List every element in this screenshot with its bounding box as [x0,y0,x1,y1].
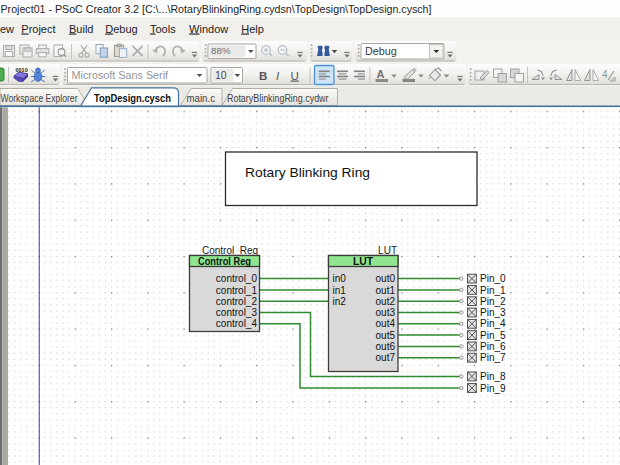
svg-text:Pin_5: Pin_5 [480,330,506,341]
svg-text:control_2: control_2 [216,296,258,307]
svg-text:Control Reg: Control Reg [198,256,251,267]
svg-text:Pin_6: Pin_6 [480,341,506,352]
svg-text:Pin_9: Pin_9 [480,383,506,394]
svg-text:out2: out2 [376,296,396,307]
svg-text:A: A [377,68,385,80]
svg-text:TopDesign.cysch: TopDesign.cysch [94,93,171,104]
svg-text:RotaryBlinkingRing.cydwr: RotaryBlinkingRing.cydwr [227,93,329,104]
svg-text:Window: Window [189,23,228,35]
svg-text:Tools: Tools [150,23,176,35]
svg-text:10: 10 [215,69,227,81]
svg-text:Pin_3: Pin_3 [480,307,506,318]
svg-text:Build: Build [69,23,93,35]
svg-text:Pin_1: Pin_1 [480,285,506,296]
svg-text:control_4: control_4 [216,318,258,329]
svg-text:Debug: Debug [105,23,137,35]
svg-text:Microsoft Sans Serif: Microsoft Sans Serif [72,69,170,81]
svg-text:4: 4 [602,69,608,80]
svg-text:main.c: main.c [187,93,216,104]
svg-text:out1: out1 [376,285,396,296]
svg-text:control_0: control_0 [216,273,258,284]
svg-text:Rotary Blinking Ring: Rotary Blinking Ring [245,165,370,180]
svg-text:out7: out7 [376,352,396,363]
svg-text:Workspace Explorer: Workspace Explorer [1,93,79,104]
svg-text:B: B [259,70,267,82]
svg-text:Project: Project [21,23,55,35]
svg-text:Pin_7: Pin_7 [480,352,506,363]
svg-text:Pin_2: Pin_2 [480,296,506,307]
svg-text:Project01 - PSoC Creator 3.2: Project01 - PSoC Creator 3.2 [C:\...\Rot… [1,3,432,15]
svg-text:out4: out4 [376,318,396,329]
svg-text:LUT: LUT [353,256,374,267]
svg-text:Control_Reg: Control_Reg [202,245,258,256]
svg-text:in1: in1 [333,285,347,296]
svg-text:out0: out0 [376,273,396,284]
svg-text:Pin_4: Pin_4 [480,318,506,329]
svg-text:out5: out5 [376,330,396,341]
svg-text:88%: 88% [211,45,231,56]
svg-text:0010: 0010 [16,67,28,73]
svg-text:U: U [291,70,299,82]
svg-text:Debug: Debug [365,45,397,57]
svg-text:ew: ew [0,23,14,35]
svg-text:out3: out3 [376,307,396,318]
svg-text:Pin_8: Pin_8 [480,371,506,382]
svg-text:Help: Help [241,23,264,35]
svg-text:control_1: control_1 [216,285,258,296]
svg-text:LUT: LUT [378,245,397,256]
svg-text:out6: out6 [376,341,396,352]
svg-text:control_3: control_3 [216,307,258,318]
svg-text:Pin_0: Pin_0 [480,273,506,284]
svg-text:in0: in0 [333,273,347,284]
svg-text:in2: in2 [333,296,347,307]
